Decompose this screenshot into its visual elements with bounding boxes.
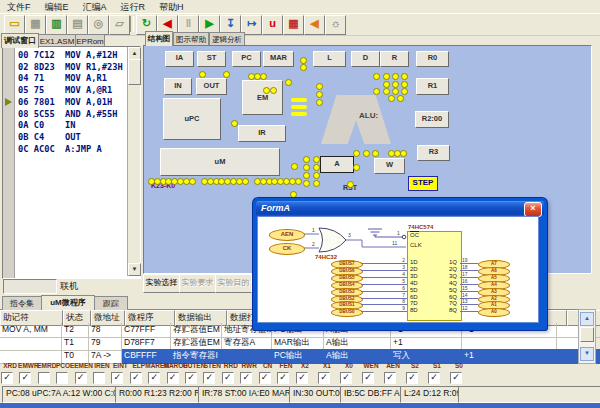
code-listing-panel[interactable]: 00 7C12 MOV A,#12H02 8D23 MOV R1,#23H04 … xyxy=(2,46,141,279)
breakpoint-icon[interactable]: ▦ xyxy=(283,15,304,35)
signal-checkbox-emrd[interactable] xyxy=(38,372,50,384)
code-scrollbar[interactable]: ▲ ▼ xyxy=(127,47,140,276)
current-line-arrow-icon xyxy=(5,98,12,106)
signal-checkbox-fen[interactable]: ✓ xyxy=(277,372,289,384)
lamp-icon[interactable]: ☼ xyxy=(325,15,346,35)
register-box-mar[interactable]: MAR xyxy=(263,51,294,67)
tab-view-2[interactable]: 逻辑分析 xyxy=(209,32,245,46)
table-scrollbar[interactable]: ▲ ▼ xyxy=(578,309,596,364)
bottom-tab-0[interactable]: 指令集 xyxy=(2,296,42,310)
close-icon[interactable]: × xyxy=(524,202,542,217)
test-point-dot xyxy=(401,73,408,80)
status-panel-4: IB:5C DB:FF AB:08 xyxy=(340,386,404,403)
schematic-canvas: AEN CK 1 2 3 74HC32 74HC574 1 11 OC CLK … xyxy=(257,216,539,323)
step-button[interactable]: STEP xyxy=(408,176,438,191)
q-output-label: 5Q xyxy=(442,287,457,293)
scroll-up-icon[interactable]: ▲ xyxy=(580,312,594,326)
signal-checkbox-s1[interactable]: ✓ xyxy=(428,372,440,384)
experiment-button-0[interactable]: 实验选择 xyxy=(143,274,180,293)
tab-view-0[interactable]: 结构图 xyxy=(145,31,173,46)
signal-checkbox-outen[interactable]: ✓ xyxy=(185,372,197,384)
gate-pin-2: 2 xyxy=(312,241,315,247)
signal-checkbox-maroe[interactable]: ✓ xyxy=(167,372,179,384)
u-icon[interactable]: u xyxy=(262,15,283,35)
bottom-tab-2[interactable]: 跟踪 xyxy=(94,296,128,310)
signal-checkbox-pcoe[interactable] xyxy=(56,372,68,384)
find-icon[interactable]: ◎ xyxy=(88,15,109,35)
signal-checkbox-rrd[interactable]: ✓ xyxy=(222,372,234,384)
build-icon[interactable]: ▥ xyxy=(46,15,67,35)
signal-checkbox-x0[interactable]: ✓ xyxy=(340,372,352,384)
save-icon[interactable]: ▦ xyxy=(25,15,46,35)
register-box-st[interactable]: ST xyxy=(197,51,226,67)
menu-item-2[interactable]: 汇编A xyxy=(76,0,114,14)
scroll-thumb[interactable] xyxy=(580,327,594,342)
register-box-em[interactable]: EM xyxy=(242,80,283,115)
status-panel-1: R0:00 R1:23 R2:00 R3:00 xyxy=(115,386,202,403)
register-box-r3[interactable]: R3 xyxy=(417,145,450,161)
tab--[interactable]: 调试窗口 xyxy=(1,33,39,48)
register-box-ia[interactable]: IA xyxy=(165,51,194,67)
signal-checkbox-sten[interactable]: ✓ xyxy=(203,372,215,384)
pin-number: 18 xyxy=(462,264,468,270)
q-output-label: 7Q xyxy=(442,300,457,306)
scroll-down-icon[interactable]: ▼ xyxy=(580,347,594,361)
signal-checkbox-wen[interactable]: ✓ xyxy=(362,372,374,384)
signal-checkbox-s0[interactable]: ✓ xyxy=(450,372,462,384)
signal-checkbox-x2[interactable]: ✓ xyxy=(296,372,308,384)
pin-number: 6 xyxy=(396,285,405,291)
signal-checkbox-eint[interactable]: ✓ xyxy=(111,372,123,384)
signal-checkbox-s2[interactable]: ✓ xyxy=(406,372,418,384)
register-box-a[interactable]: A xyxy=(320,156,354,173)
register-box-r1[interactable]: R1 xyxy=(416,78,449,95)
signal-checkbox-iren[interactable] xyxy=(93,372,105,384)
register-box-in[interactable]: IN xyxy=(164,78,192,95)
test-point-dot xyxy=(353,164,360,171)
register-box-l[interactable]: L xyxy=(313,51,346,67)
table-row-2[interactable]: T07A ->CBFFFF指令寄存器IPC输出A输出写入+1 xyxy=(0,349,600,362)
menu-item-3[interactable]: 运行R xyxy=(114,0,153,14)
register-box-ir[interactable]: IR xyxy=(238,125,286,142)
table-row-1[interactable]: T179D78FF7存贮器值EM寄存器AMAR输出A输出+1 xyxy=(0,336,600,349)
horn-icon[interactable]: ◀ xyxy=(304,15,325,35)
d-input-label: 4D xyxy=(410,280,418,286)
register-box-out[interactable]: OUT xyxy=(196,78,227,95)
bottom-tab-1[interactable]: uM微程序 xyxy=(41,295,95,310)
menu-item-4[interactable]: 帮助H xyxy=(152,0,191,14)
alu-shape[interactable]: ALU: xyxy=(321,95,391,144)
signal-checkbox-maren[interactable]: ✓ xyxy=(148,372,160,384)
erase-icon[interactable]: ▱ xyxy=(109,15,130,35)
signal-checkbox-xrd[interactable]: ✓ xyxy=(1,372,13,384)
open-icon[interactable]: ▭ xyxy=(4,15,25,35)
register-box-r200[interactable]: R2:00 xyxy=(415,111,449,128)
scroll-down-icon[interactable]: ▼ xyxy=(128,263,141,276)
copy-icon[interactable]: ▤ xyxy=(67,15,88,35)
signal-checkbox-rwr[interactable]: ✓ xyxy=(240,372,252,384)
control-signal-panel: XRD✓EMWR✓EMRDPCOEEMEN✓IRENEINT✓ELP✓MAREN… xyxy=(0,362,600,385)
scroll-thumb[interactable] xyxy=(128,59,141,85)
signal-checkbox-emen[interactable]: ✓ xyxy=(75,372,87,384)
register-box-r[interactable]: R xyxy=(380,51,409,67)
code-gutter xyxy=(3,47,15,278)
register-box-um[interactable]: uM xyxy=(160,148,280,176)
forma-dialog[interactable]: FormA × AEN CK 1 2 3 74HC32 74HC574 1 11… xyxy=(253,198,547,330)
register-box-d[interactable]: D xyxy=(351,51,380,67)
signal-checkbox-aen[interactable]: ✓ xyxy=(384,372,396,384)
register-box-upc[interactable]: uPC xyxy=(163,98,221,140)
signal-checkbox-emwr[interactable]: ✓ xyxy=(19,372,31,384)
signal-checkbox-cn[interactable]: ✓ xyxy=(259,372,271,384)
or-gate-icon xyxy=(319,228,346,252)
pin-number: 9 xyxy=(396,305,405,311)
signal-checkbox-elp[interactable]: ✓ xyxy=(130,372,142,384)
signal-checkbox-x1[interactable]: ✓ xyxy=(318,372,330,384)
tab-view-1[interactable]: 图示帮助 xyxy=(173,32,209,46)
test-point-dot xyxy=(300,64,307,71)
test-point-dot xyxy=(400,150,407,157)
test-point-dot xyxy=(231,120,238,127)
register-box-w[interactable]: W xyxy=(374,158,405,174)
pin-number: 13 xyxy=(462,298,468,304)
register-box-pc[interactable]: PC xyxy=(232,51,261,67)
menu-item-0[interactable]: 文件F xyxy=(0,0,38,14)
register-box-r0[interactable]: R0 xyxy=(416,51,449,67)
menu-item-1[interactable]: 编辑E xyxy=(38,0,76,14)
